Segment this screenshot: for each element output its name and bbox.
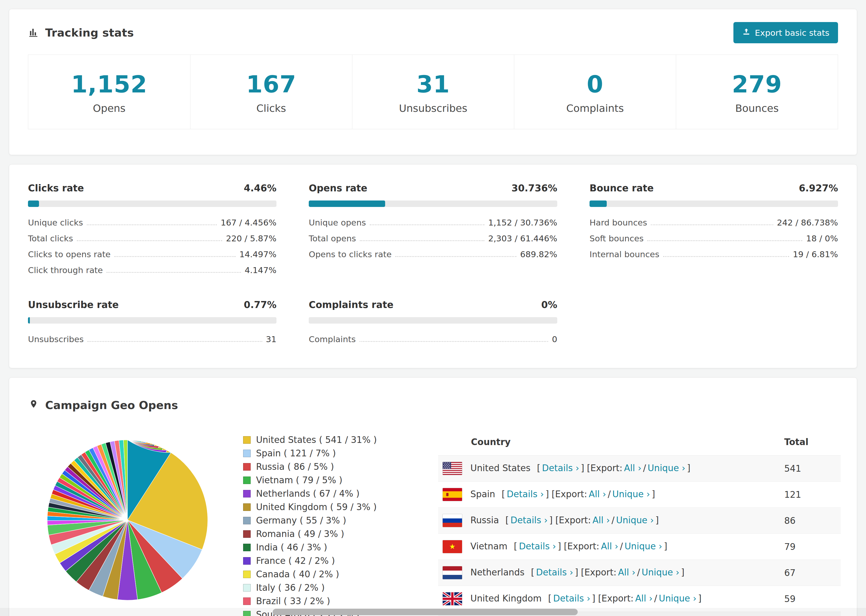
rate-row: Opens to clicks rate 689.82% xyxy=(309,246,557,261)
export-all-link[interactable]: All › xyxy=(635,593,653,603)
legend-swatch xyxy=(243,597,251,605)
rate-panel-header: Clicks rate 4.46% xyxy=(28,183,277,193)
details-link[interactable]: Details › xyxy=(519,541,556,552)
rate-value: 4.46% xyxy=(244,183,277,193)
stat-label: Bounces xyxy=(676,102,838,114)
slash-separator: / xyxy=(637,567,640,578)
export-basic-stats-button[interactable]: Export basic stats xyxy=(734,22,838,43)
rate-row-label: Hard bounces xyxy=(589,218,647,227)
rate-value: 30.736% xyxy=(512,183,557,193)
country-total: 86 xyxy=(779,508,841,534)
legend-item: United States ( 541 / 31% ) xyxy=(243,435,429,445)
table-row: United States[Details ›][Export:All ›/Un… xyxy=(438,456,841,482)
geo-opens-card: Campaign Geo Opens United States ( 541 /… xyxy=(9,377,857,616)
legend-label: United Kingdom ( 59 / 3% ) xyxy=(256,502,377,512)
stat-label: Unsubscribes xyxy=(352,102,514,114)
export-unique-link[interactable]: Unique › xyxy=(659,593,696,603)
legend-swatch xyxy=(243,463,251,471)
details-link[interactable]: Details › xyxy=(510,515,548,525)
export-unique-link[interactable]: Unique › xyxy=(612,489,650,499)
rate-progress-fill xyxy=(28,201,39,207)
rate-row-label: Unsubscribes xyxy=(28,334,83,344)
stat-value: 0 xyxy=(514,71,676,98)
legend-label: Romania ( 49 / 3% ) xyxy=(256,529,344,539)
legend-item: United Kingdom ( 59 / 3% ) xyxy=(243,502,429,512)
dotted-leader xyxy=(87,341,262,342)
rate-row-label: Soft bounces xyxy=(589,234,644,243)
legend-item: Brazil ( 33 / 2% ) xyxy=(243,596,429,606)
details-link[interactable]: Details › xyxy=(542,463,579,473)
legend-label: United States ( 541 / 31% ) xyxy=(256,435,377,445)
legend-item: India ( 46 / 3% ) xyxy=(243,542,429,553)
country-name: Russia xyxy=(471,515,499,525)
bracket: [ xyxy=(552,489,555,499)
legend-swatch xyxy=(243,449,251,457)
rate-panel: Bounce rate 6.927% Hard bounces 242 / 86… xyxy=(589,183,838,261)
details-link[interactable]: Details › xyxy=(553,593,590,603)
rate-row: Internal bounces 19 / 6.81% xyxy=(589,246,838,261)
bracket: ] xyxy=(687,463,690,473)
export-unique-link[interactable]: Unique › xyxy=(648,463,685,473)
country-total: 67 xyxy=(779,560,841,586)
table-row: Russia[Details ›][Export:All ›/Unique ›]… xyxy=(438,508,841,534)
stat-box: 0 Complaints xyxy=(514,55,676,129)
country-flag-icon xyxy=(443,566,462,579)
dotted-leader xyxy=(107,272,241,273)
legend-swatch xyxy=(243,530,251,538)
rate-rows: Unique clicks 167 / 4.456% Total clicks … xyxy=(28,214,277,277)
rate-title: Clicks rate xyxy=(28,183,84,193)
rate-row-label: Unique opens xyxy=(309,218,366,227)
slash-separator: / xyxy=(608,489,611,499)
country-cell: United States[Details ›][Export:All ›/Un… xyxy=(438,456,779,482)
table-row: Spain[Details ›][Export:All ›/Unique ›] … xyxy=(438,482,841,508)
legend-label: Spain ( 121 / 7% ) xyxy=(256,448,336,459)
stat-value: 1,152 xyxy=(28,71,190,98)
export-all-link[interactable]: All › xyxy=(601,541,618,552)
export-all-link[interactable]: All › xyxy=(592,515,610,525)
horizontal-scrollbar[interactable] xyxy=(0,608,866,616)
legend-label: Brazil ( 33 / 2% ) xyxy=(256,596,330,606)
table-row: Vietnam[Details ›][Export:All ›/Unique ›… xyxy=(438,534,841,560)
export-label: Export: xyxy=(590,463,622,473)
country-name: United States xyxy=(471,463,531,473)
details-link[interactable]: Details › xyxy=(507,489,544,499)
country-total: 541 xyxy=(779,456,841,482)
column-header-country: Country xyxy=(438,429,779,456)
details-link[interactable]: Details › xyxy=(536,567,573,578)
legend-swatch xyxy=(243,490,251,498)
country-flag-icon xyxy=(443,462,462,475)
horizontal-scrollbar-thumb[interactable] xyxy=(273,609,578,615)
legend-swatch xyxy=(243,544,251,551)
legend-item: Vietnam ( 79 / 5% ) xyxy=(243,475,429,486)
rate-progress-bar xyxy=(28,201,277,207)
rate-panel: Complaints rate 0% Complaints 0 xyxy=(309,299,557,346)
slash-separator: / xyxy=(620,541,623,552)
legend-swatch xyxy=(243,570,251,578)
export-all-link[interactable]: All › xyxy=(589,489,606,499)
bracket: [ xyxy=(514,541,518,552)
rate-row-value: 4.147% xyxy=(245,265,277,275)
page: Tracking stats Export basic stats 1,152 … xyxy=(0,0,866,616)
stat-value: 279 xyxy=(676,71,838,98)
rate-row-value: 19 / 6.81% xyxy=(793,250,838,259)
bracket: ] xyxy=(558,541,561,552)
slash-separator: / xyxy=(643,463,646,473)
legend-swatch xyxy=(243,436,251,444)
rate-row-label: Internal bounces xyxy=(589,250,660,259)
rate-row-value: 0 xyxy=(552,334,557,344)
rate-progress-fill xyxy=(28,317,30,324)
export-unique-link[interactable]: Unique › xyxy=(625,541,662,552)
rate-panel: Clicks rate 4.46% Unique clicks 167 / 4.… xyxy=(28,183,277,277)
export-unique-link[interactable]: Unique › xyxy=(616,515,654,525)
tracking-stats-title: Tracking stats xyxy=(28,26,134,39)
export-unique-link[interactable]: Unique › xyxy=(642,567,679,578)
dotted-leader xyxy=(370,225,484,225)
export-label: Export: xyxy=(601,593,634,603)
export-all-link[interactable]: All › xyxy=(624,463,641,473)
rate-row-label: Click through rate xyxy=(28,265,103,275)
bracket: [ xyxy=(537,463,540,473)
stat-value: 167 xyxy=(191,71,352,98)
country-cell: Vietnam[Details ›][Export:All ›/Unique ›… xyxy=(438,534,779,560)
legend-item: Romania ( 49 / 3% ) xyxy=(243,529,429,539)
export-all-link[interactable]: All › xyxy=(618,567,636,578)
